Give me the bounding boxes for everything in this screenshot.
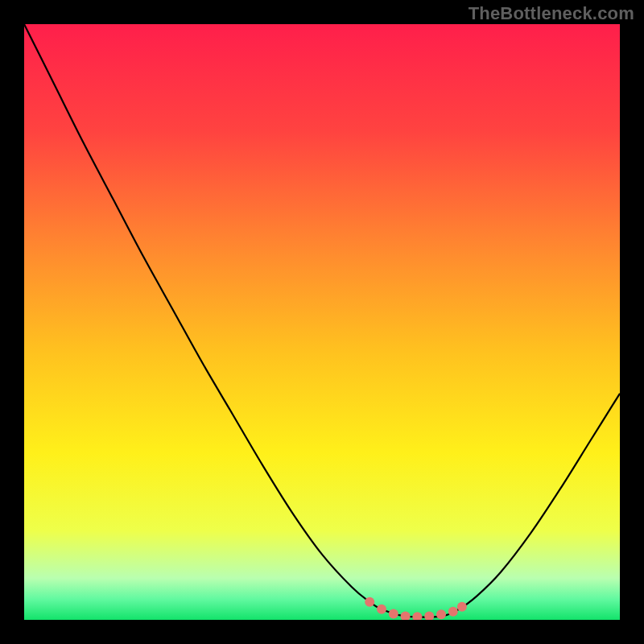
bottleneck-chart <box>24 24 620 620</box>
plot-area <box>24 24 620 620</box>
trough-marker <box>457 602 467 612</box>
trough-marker <box>448 607 458 617</box>
trough-marker <box>436 609 446 619</box>
trough-marker <box>377 605 386 614</box>
trough-marker <box>365 597 374 607</box>
watermark-text: TheBottleneck.com <box>469 3 634 24</box>
trough-marker <box>389 609 398 619</box>
chart-frame: TheBottleneck.com <box>0 0 644 644</box>
gradient-background <box>24 24 620 620</box>
